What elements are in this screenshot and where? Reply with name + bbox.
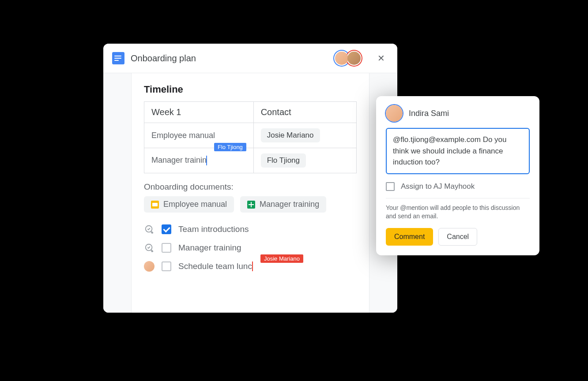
mention-help-text: Your @mention will add people to this di… [386,204,530,221]
checklist-item[interactable]: Manager training [144,243,357,253]
document-chip-label: Manager training [260,200,319,209]
checklist-label-editing[interactable]: Schedule team lunc Josie Mariano [178,261,253,272]
collaborator-cursor-flag: Flo Tjiong [214,143,246,151]
table-row[interactable]: Manager trainin Flo Tjiong Flo Tjiong [144,148,357,173]
checklist: Team introductions Manager training Sch [144,224,357,272]
commenter-avatar[interactable] [386,105,403,122]
assign-label: Assign to AJ Mayhook [401,182,475,191]
document-title[interactable]: Onboarding plan [131,53,328,64]
comment-button[interactable]: Comment [386,228,433,246]
comment-actions: Comment Cancel [386,228,530,246]
assign-task-icon[interactable] [144,224,155,235]
checklist-item[interactable]: Team introductions [144,224,357,235]
contact-chip[interactable]: Josie Mariano [261,128,320,142]
document-chip[interactable]: Employee manual [144,196,234,213]
comment-card: Indira Sami @flo.tjiong@example.com Do y… [376,96,539,255]
document-page[interactable]: Timeline Week 1 Contact Employee manual … [131,73,369,313]
table-cell[interactable]: Flo Tjiong [253,148,356,173]
contact-chip[interactable]: Flo Tjiong [261,153,306,168]
edit-cursor-icon [252,261,253,271]
checklist-label[interactable]: Team introductions [178,224,249,234]
timeline-table[interactable]: Week 1 Contact Employee manual Josie Mar… [144,101,357,173]
table-header-cell: Contact [253,102,356,123]
comment-header: Indira Sami [386,105,530,122]
table-cell-editing[interactable]: Manager trainin Flo Tjiong [144,148,254,173]
table-cell[interactable]: Josie Mariano [253,123,356,148]
table-row[interactable]: Employee manual Josie Mariano [144,123,357,148]
close-icon[interactable]: ✕ [374,51,388,65]
document-body: Timeline Week 1 Contact Employee manual … [103,73,397,313]
commenter-name: Indira Sami [409,109,449,118]
checklist-label[interactable]: Manager training [178,243,241,253]
checkbox[interactable] [162,224,171,234]
document-chip-label: Employee manual [163,200,227,209]
assignee-avatar-icon[interactable] [144,261,155,272]
comment-textarea[interactable]: @flo.tjiong@example.com Do you think we … [386,128,530,174]
document-chips-row: Employee manual Manager training [144,196,357,213]
collaborator-avatar[interactable] [347,51,362,66]
documents-label: Onboarding documents: [144,182,357,192]
assign-row[interactable]: Assign to AJ Mayhook [386,180,530,198]
section-heading: Timeline [144,84,357,95]
checkbox[interactable] [162,243,171,253]
table-header-row: Week 1 Contact [144,102,357,123]
document-chip[interactable]: Manager training [240,196,326,213]
slides-icon [151,201,159,209]
document-card: Onboarding plan ✕ Timeline Week 1 Contac… [103,44,397,313]
checkbox[interactable] [162,261,171,271]
collaborator-cursor-flag: Josie Mariano [260,254,303,263]
collaborator-avatar[interactable] [334,51,349,66]
edit-cursor-icon [206,156,207,165]
table-header-cell: Week 1 [144,102,254,123]
sheets-icon [247,201,255,209]
assign-task-icon[interactable] [144,243,155,253]
checklist-item[interactable]: Schedule team lunc Josie Mariano [144,261,357,272]
docs-app-icon [112,52,124,64]
document-header: Onboarding plan ✕ [103,44,397,73]
assign-checkbox[interactable] [386,182,395,191]
cancel-button[interactable]: Cancel [438,228,477,246]
collaborator-avatars [334,51,362,66]
